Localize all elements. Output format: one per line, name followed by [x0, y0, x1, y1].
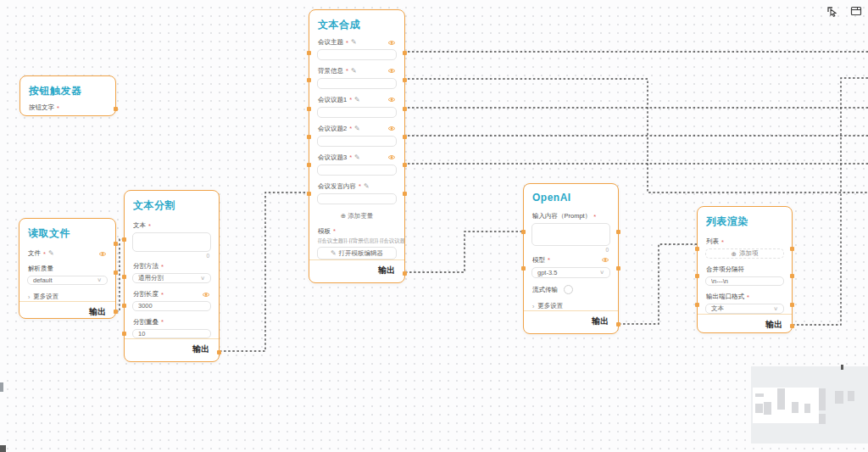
length-input[interactable]	[132, 301, 211, 310]
port-handle[interactable]	[403, 51, 407, 55]
agenda-2-input[interactable]	[317, 136, 397, 147]
edit-icon[interactable]: ✎	[354, 126, 360, 132]
node-text-split[interactable]: 文本分割 文本 * 0 分割方法 * 通用分割 ∨ 分割长度 * 分割重叠 * …	[124, 190, 220, 362]
port-handle[interactable]	[217, 350, 221, 354]
port-handle[interactable]	[695, 247, 699, 251]
port-handle[interactable]	[403, 78, 407, 82]
speech-content-input[interactable]	[317, 193, 397, 204]
more-settings[interactable]: › 更多设置	[19, 293, 115, 301]
eye-icon[interactable]	[601, 257, 609, 263]
port-handle[interactable]	[616, 266, 620, 271]
agenda-3-input[interactable]	[317, 165, 397, 176]
node-title: 列表渲染	[698, 207, 792, 231]
port-handle[interactable]	[122, 237, 126, 242]
required-marker: *	[346, 67, 348, 75]
background-info-input[interactable]	[317, 78, 397, 89]
flow-canvas[interactable]: 按钮触发器 按钮文字 * 读取文件 文件 * ✎ 解析质量 default ∨ …	[0, 0, 868, 452]
minimap-node	[755, 393, 764, 397]
method-select[interactable]: 通用分割 ∨	[132, 273, 211, 283]
required-marker: *	[43, 250, 46, 258]
text-input[interactable]	[132, 232, 211, 252]
meeting-topic-input[interactable]	[317, 49, 397, 60]
overlap-input[interactable]	[132, 329, 211, 338]
edit-icon[interactable]: ✎	[354, 97, 360, 103]
field-method-label: 分割方法 *	[125, 262, 219, 271]
port-handle[interactable]	[122, 275, 126, 279]
eye-icon[interactable]	[387, 40, 396, 46]
required-marker: *	[346, 39, 348, 47]
eye-icon[interactable]	[387, 126, 396, 131]
add-item-button[interactable]: ⊕ 添加项	[705, 248, 784, 259]
eye-icon[interactable]	[387, 97, 396, 103]
port-handle[interactable]	[695, 274, 699, 278]
port-handle[interactable]	[114, 242, 118, 246]
port-handle[interactable]	[403, 107, 407, 111]
field-overlap-label: 分割重叠 *	[125, 318, 219, 326]
port-handle[interactable]	[521, 230, 526, 234]
edit-icon[interactable]: ✎	[351, 39, 357, 46]
node-list-render[interactable]: 列表渲染 列表 * ⊕ 添加项 合并项分隔符 输出端口格式 * 文本 ∨ 输出	[697, 206, 793, 333]
eye-icon[interactable]	[387, 154, 396, 160]
stream-toggle[interactable]	[564, 285, 573, 294]
port-handle[interactable]	[790, 303, 794, 307]
eye-icon[interactable]	[98, 251, 107, 257]
port-handle[interactable]	[403, 163, 407, 167]
prompt-input[interactable]	[531, 223, 610, 246]
port-handle[interactable]	[307, 163, 311, 167]
port-handle[interactable]	[307, 135, 311, 139]
port-handle[interactable]	[307, 192, 311, 196]
pointer-tool-icon[interactable]	[826, 4, 839, 18]
node-openai[interactable]: OpenAI 输入内容（Prompt） * 0 模型 * gpt-3.5 ∨ 流…	[523, 183, 619, 334]
node-read-file[interactable]: 读取文件 文件 * ✎ 解析质量 default ∨ › 更多设置 输出	[19, 218, 116, 319]
node-text-synthesis[interactable]: 文本合成 会议主题 * ✎ 背景信息 * ✎ 会议议题1 * ✎	[309, 9, 405, 283]
field-text-label: 文本 *	[125, 221, 219, 230]
port-handle[interactable]	[307, 107, 311, 111]
minimap-node	[792, 402, 798, 413]
model-select[interactable]: gpt-3.5 ∨	[531, 267, 610, 278]
port-handle[interactable]	[307, 78, 311, 82]
port-handle[interactable]	[114, 271, 118, 275]
layout-panel-icon[interactable]	[849, 4, 863, 18]
node-title: 文本分割	[125, 191, 219, 215]
port-handle[interactable]	[695, 303, 699, 307]
add-variable-button[interactable]: ⊕ 添加变量	[309, 212, 404, 220]
format-select[interactable]: 文本 ∨	[705, 304, 784, 314]
port-handle[interactable]	[114, 310, 118, 314]
port-handle[interactable]	[403, 271, 407, 276]
port-handle[interactable]	[122, 304, 126, 308]
port-handle[interactable]	[790, 324, 794, 328]
required-marker: *	[148, 222, 151, 230]
edit-icon[interactable]: ✎	[48, 250, 54, 257]
port-handle[interactable]	[616, 322, 620, 326]
more-settings[interactable]: › 更多设置	[524, 302, 618, 310]
port-handle[interactable]	[616, 230, 620, 234]
agenda-1-input[interactable]	[317, 107, 397, 118]
minimap[interactable]	[751, 366, 868, 444]
port-handle[interactable]	[114, 107, 118, 111]
port-handle[interactable]	[521, 266, 526, 271]
port-handle[interactable]	[790, 274, 794, 278]
port-handle[interactable]	[307, 51, 311, 55]
output-port-label: 输出	[698, 314, 792, 337]
field-template-label: 模板 *	[309, 227, 404, 236]
edit-icon[interactable]: ✎	[351, 68, 357, 75]
port-handle[interactable]	[403, 135, 407, 139]
edit-icon[interactable]: ✎	[364, 183, 370, 190]
eye-icon[interactable]	[202, 292, 210, 298]
port-handle[interactable]	[122, 332, 126, 336]
field-agenda-2: 会议议题2 * ✎	[309, 125, 404, 133]
chevron-right-icon: ›	[28, 294, 30, 300]
required-marker: *	[721, 238, 724, 246]
edge	[220, 193, 309, 351]
node-button-trigger[interactable]: 按钮触发器 按钮文字 *	[19, 75, 116, 116]
quality-select[interactable]: default ∨	[27, 276, 108, 285]
port-handle[interactable]	[790, 247, 794, 251]
minimap-node	[835, 391, 843, 404]
required-marker: *	[161, 318, 164, 326]
port-handle[interactable]	[403, 192, 407, 196]
eye-icon[interactable]	[387, 68, 396, 74]
edit-icon[interactable]: ✎	[354, 154, 360, 161]
separator-input[interactable]	[705, 276, 784, 286]
canvas-toolbar	[826, 4, 863, 18]
open-template-editor-button[interactable]: ✎ 打开模板编辑器	[317, 247, 397, 259]
